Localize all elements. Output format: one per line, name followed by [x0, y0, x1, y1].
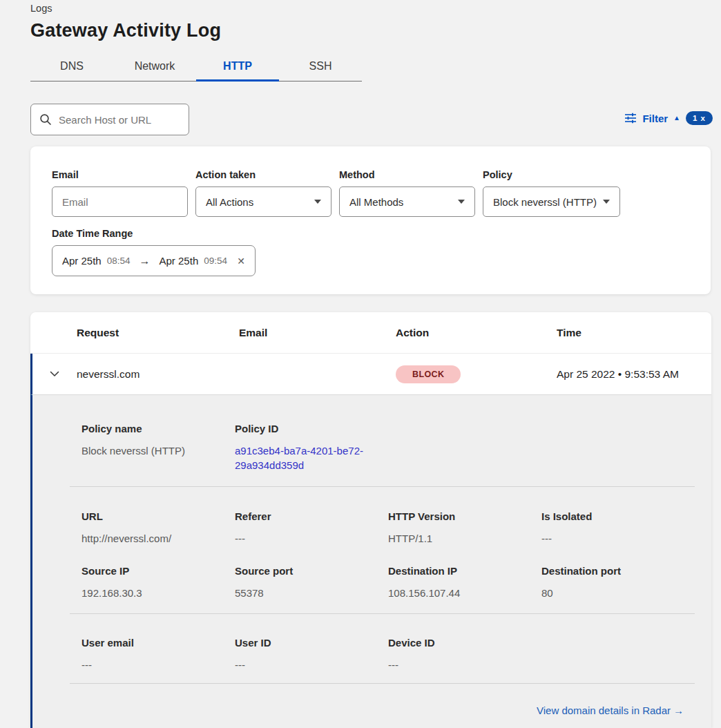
- destination-port-value: 80: [541, 586, 695, 600]
- device-id-value: ---: [388, 658, 541, 672]
- url-label: URL: [81, 510, 235, 522]
- user-email-label: User email: [81, 637, 235, 649]
- caret-up-icon: ▲: [673, 115, 680, 122]
- gateway-activity-log-page: Logs Gateway Activity Log DNS Network HT…: [0, 0, 721, 728]
- date-time-range-picker[interactable]: Apr 25th 08:54 → Apr 25th 09:54 ✕: [52, 245, 256, 276]
- breadcrumb[interactable]: Logs: [30, 3, 52, 14]
- user-section: User email --- User ID --- Device ID ---: [32, 637, 711, 672]
- column-header-request: Request: [77, 327, 239, 339]
- filter-field-policy: Policy Block neverssl (HTTP): [483, 169, 620, 217]
- chevron-down-icon: [314, 200, 321, 204]
- log-type-tabs: DNS Network HTTP SSH: [30, 51, 362, 82]
- clear-date-range-icon[interactable]: ✕: [237, 256, 245, 267]
- column-header-email: Email: [239, 327, 396, 339]
- table-row[interactable]: neverssl.com BLOCK Apr 25 2022 • 9:53:53…: [30, 354, 711, 395]
- email-filter-label: Email: [52, 169, 188, 180]
- method-label: Method: [339, 169, 475, 180]
- source-ip-label: Source IP: [81, 565, 235, 577]
- chevron-down-icon: [458, 200, 465, 204]
- search-icon: [39, 113, 52, 126]
- method-value: All Methods: [349, 196, 403, 208]
- http-version-label: HTTP Version: [388, 510, 541, 522]
- arrow-right-icon: →: [140, 255, 151, 267]
- section-divider: [70, 613, 695, 614]
- filter-label: Filter: [642, 113, 668, 124]
- http-version-value: HTTP/1.1: [388, 531, 541, 546]
- view-radar-link[interactable]: View domain details in Radar→: [537, 705, 684, 716]
- range-end-date: Apr 25th: [160, 255, 199, 267]
- policy-name-value: Block neverssl (HTTP): [81, 443, 235, 458]
- filter-toggle[interactable]: Filter ▲ 1 x: [624, 109, 713, 127]
- policy-name-label: Policy name: [81, 423, 235, 434]
- date-time-range-label: Date Time Range: [52, 228, 711, 239]
- search-input[interactable]: [59, 114, 180, 126]
- method-select[interactable]: All Methods: [339, 186, 475, 217]
- tab-ssh[interactable]: SSH: [279, 51, 362, 82]
- arrow-right-icon: →: [673, 705, 684, 716]
- destination-ip-label: Destination IP: [388, 565, 541, 577]
- url-value: http://neverssl.com/: [81, 531, 235, 546]
- is-isolated-label: Is Isolated: [541, 510, 695, 522]
- email-filter-input[interactable]: [52, 186, 188, 217]
- table-header-row: Request Email Action Time: [30, 312, 711, 354]
- destination-ip-value: 108.156.107.44: [388, 586, 541, 600]
- action-taken-value: All Actions: [206, 196, 253, 208]
- filter-sliders-icon: [624, 112, 637, 124]
- column-header-time: Time: [557, 327, 711, 339]
- section-divider: [70, 683, 695, 684]
- radar-link-text: View domain details in Radar: [537, 705, 671, 716]
- policy-section: Policy name Block neverssl (HTTP) Policy…: [32, 423, 711, 472]
- tab-network[interactable]: Network: [113, 51, 196, 82]
- http-section: URL http://neverssl.com/ Referer --- HTT…: [32, 510, 711, 546]
- search-box: [30, 104, 189, 135]
- filter-field-method: Method All Methods: [339, 169, 475, 217]
- range-start-time: 08:54: [107, 256, 131, 266]
- section-divider: [70, 486, 695, 487]
- user-id-label: User ID: [235, 637, 388, 649]
- range-end-time: 09:54: [204, 256, 227, 266]
- source-ip-value: 192.168.30.3: [81, 586, 235, 600]
- chevron-down-icon[interactable]: [50, 371, 59, 377]
- expanded-row-details: Policy name Block neverssl (HTTP) Policy…: [30, 395, 711, 728]
- filter-field-action-taken: Action taken All Actions: [195, 169, 331, 217]
- activity-log-table: Request Email Action Time neverssl.com B…: [30, 312, 711, 728]
- policy-label: Policy: [483, 169, 620, 180]
- user-id-value: ---: [235, 658, 388, 672]
- action-taken-label: Action taken: [195, 169, 331, 180]
- user-email-value: ---: [81, 658, 235, 672]
- filter-field-email: Email: [52, 169, 188, 217]
- page-title: Gateway Activity Log: [30, 20, 221, 41]
- referer-label: Referer: [235, 510, 388, 522]
- filter-panel: Email Action taken All Actions Method Al…: [30, 146, 711, 294]
- tab-dns[interactable]: DNS: [30, 51, 113, 82]
- network-section: Source IP 192.168.30.3 Source port 55378…: [32, 565, 711, 600]
- policy-id-label: Policy ID: [235, 423, 388, 434]
- policy-value: Block neverssl (HTTP): [493, 196, 597, 208]
- source-port-value: 55378: [235, 586, 388, 600]
- chevron-down-icon: [603, 200, 610, 204]
- column-header-action: Action: [396, 327, 557, 339]
- block-action-badge: BLOCK: [396, 365, 461, 383]
- action-taken-select[interactable]: All Actions: [195, 186, 331, 217]
- device-id-label: Device ID: [388, 637, 541, 649]
- policy-select[interactable]: Block neverssl (HTTP): [483, 186, 620, 217]
- is-isolated-value: ---: [541, 531, 695, 546]
- tab-http[interactable]: HTTP: [196, 51, 279, 82]
- row-time: Apr 25 2022 • 9:53:53 AM: [557, 368, 711, 381]
- range-start-date: Apr 25th: [62, 255, 102, 267]
- referer-value: ---: [235, 531, 388, 546]
- filter-count-badge[interactable]: 1 x: [686, 111, 713, 125]
- row-request: neverssl.com: [77, 368, 239, 381]
- policy-id-link[interactable]: a91c3eb4-ba7a-4201-be72-29a934dd359d: [235, 443, 366, 472]
- destination-port-label: Destination port: [541, 565, 695, 577]
- source-port-label: Source port: [235, 565, 388, 577]
